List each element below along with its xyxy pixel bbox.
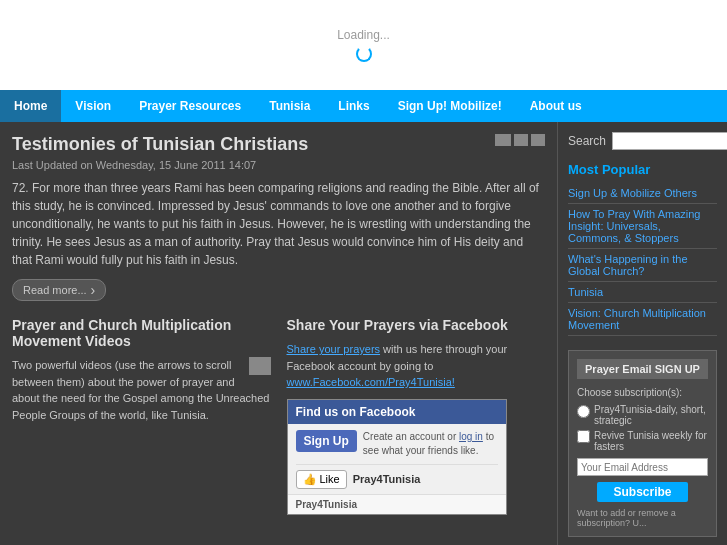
nav-vision[interactable]: Vision xyxy=(61,90,125,122)
popular-item-2[interactable]: How To Pray With Amazing Insight: Univer… xyxy=(568,204,717,249)
email-address-input[interactable] xyxy=(577,458,708,476)
two-column-section: Prayer and Church Multiplication Movemen… xyxy=(12,317,545,515)
fb-signup-button[interactable]: Sign Up xyxy=(296,430,357,452)
fb-body: Sign Up Create an account or log in to s… xyxy=(288,424,506,464)
signup-subtitle: Choose subscription(s): xyxy=(577,387,708,398)
popular-item-1[interactable]: Sign Up & Mobilize Others xyxy=(568,183,717,204)
navbar: Home Vision Prayer Resources Tunisia Lin… xyxy=(0,90,727,122)
radio-daily-input[interactable] xyxy=(577,405,590,418)
email-signup-title: Prayer Email SIGN UP xyxy=(577,359,708,379)
prayer-videos-text: Two powerful videos (use the arrows to s… xyxy=(12,357,271,423)
prayer-videos-title: Prayer and Church Multiplication Movemen… xyxy=(12,317,271,349)
popular-list: Sign Up & Mobilize Others How To Pray Wi… xyxy=(568,183,717,336)
fb-like-area: 👍 Like Pray4Tunisia xyxy=(288,465,506,494)
video-thumbnail[interactable] xyxy=(249,357,271,375)
fb-header: Find us on Facebook xyxy=(288,400,506,424)
main-container: Testimonies of Tunisian Christians Last … xyxy=(0,122,727,545)
fb-body-text: Create an account or log in to see what … xyxy=(363,430,498,458)
subscribe-button[interactable]: Subscribe xyxy=(597,482,687,502)
fb-login-link[interactable]: log in xyxy=(459,431,483,442)
nav-about[interactable]: About us xyxy=(516,90,596,122)
nav-tunisia[interactable]: Tunisia xyxy=(255,90,324,122)
share-prayers-section: Share Your Prayers via Facebook Share yo… xyxy=(287,317,546,515)
last-updated: Last Updated on Wednesday, 15 June 2011 … xyxy=(12,159,545,171)
nav-prayer-resources[interactable]: Prayer Resources xyxy=(125,90,255,122)
radio-daily: Pray4Tunisia-daily, short, strategic xyxy=(577,404,708,426)
pdf-icon[interactable] xyxy=(531,134,545,146)
email-signup-box: Prayer Email SIGN UP Choose subscription… xyxy=(568,350,717,537)
search-area: Search xyxy=(568,132,717,150)
popular-item-3[interactable]: What's Happening in the Global Church? xyxy=(568,249,717,282)
popular-item-5[interactable]: Vision: Church Multiplication Movement xyxy=(568,303,717,336)
nav-home[interactable]: Home xyxy=(0,90,61,122)
checkbox-revive-input[interactable] xyxy=(577,430,590,443)
email-icon[interactable] xyxy=(495,134,511,146)
facebook-box: Find us on Facebook Sign Up Create an ac… xyxy=(287,399,507,515)
share-prayers-title: Share Your Prayers via Facebook xyxy=(287,317,546,333)
share-prayers-link[interactable]: Share your prayers xyxy=(287,343,381,355)
sidebar: Search Most Popular Sign Up & Mobilize O… xyxy=(557,122,727,545)
search-input[interactable] xyxy=(612,132,727,150)
checkbox-revive: Revive Tunisia weekly for fasters xyxy=(577,430,708,452)
search-label: Search xyxy=(568,134,606,148)
thumbs-up-icon: 👍 xyxy=(303,473,317,486)
popular-item-4[interactable]: Tunisia xyxy=(568,282,717,303)
fb-bottom: Pray4Tunisia xyxy=(288,494,506,514)
nav-signup[interactable]: Sign Up! Mobilize! xyxy=(384,90,516,122)
share-prayers-text: Share your prayers with us here through … xyxy=(287,341,546,391)
nav-links[interactable]: Links xyxy=(324,90,383,122)
print-icon[interactable] xyxy=(514,134,528,146)
facebook-url[interactable]: www.Facebook.com/Pray4Tunisia! xyxy=(287,376,455,388)
content-area: Testimonies of Tunisian Christians Last … xyxy=(0,122,557,545)
want-text: Want to add or remove a subscription? U.… xyxy=(577,508,708,528)
read-more-button[interactable]: Read more... xyxy=(12,279,106,301)
page-title: Testimonies of Tunisian Christians xyxy=(12,134,545,155)
most-popular-title: Most Popular xyxy=(568,162,717,177)
fb-page-name: Pray4Tunisia xyxy=(353,473,421,485)
checkbox-revive-label: Revive Tunisia weekly for fasters xyxy=(594,430,708,452)
loading-text: Loading... xyxy=(337,28,390,42)
loading-area: Loading... xyxy=(0,0,727,90)
article-body: 72. For more than three years Rami has b… xyxy=(12,179,545,269)
prayer-videos-section: Prayer and Church Multiplication Movemen… xyxy=(12,317,271,515)
radio-daily-label: Pray4Tunisia-daily, short, strategic xyxy=(594,404,708,426)
loading-spinner xyxy=(356,46,372,62)
fb-like-button[interactable]: 👍 Like xyxy=(296,470,347,489)
article-icons xyxy=(495,134,545,146)
fb-like-label: Like xyxy=(320,473,340,485)
